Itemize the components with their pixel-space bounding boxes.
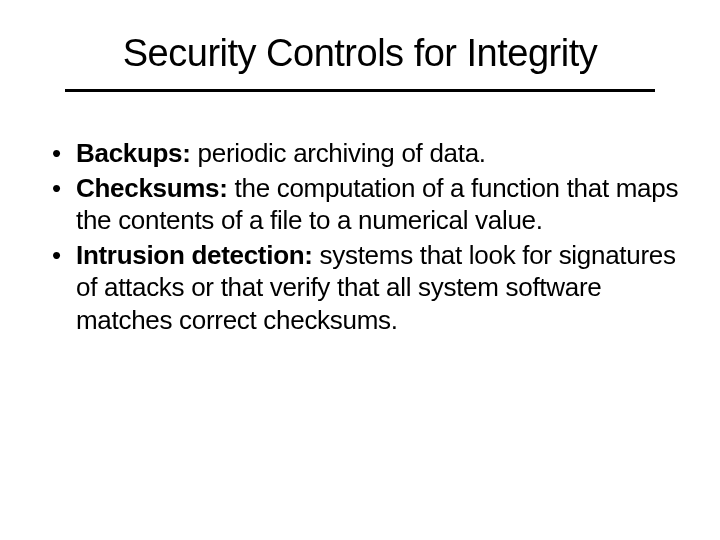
list-item: Checksums: the computation of a function… xyxy=(48,172,680,237)
bullet-term: Checksums: xyxy=(76,173,228,203)
bullet-list: Backups: periodic archiving of data. Che… xyxy=(40,137,680,336)
bullet-term: Backups: xyxy=(76,138,191,168)
list-item: Intrusion detection: systems that look f… xyxy=(48,239,680,337)
slide-title: Security Controls for Integrity xyxy=(65,20,655,92)
bullet-desc: periodic archiving of data. xyxy=(191,138,486,168)
list-item: Backups: periodic archiving of data. xyxy=(48,137,680,170)
bullet-term: Intrusion detection: xyxy=(76,240,313,270)
